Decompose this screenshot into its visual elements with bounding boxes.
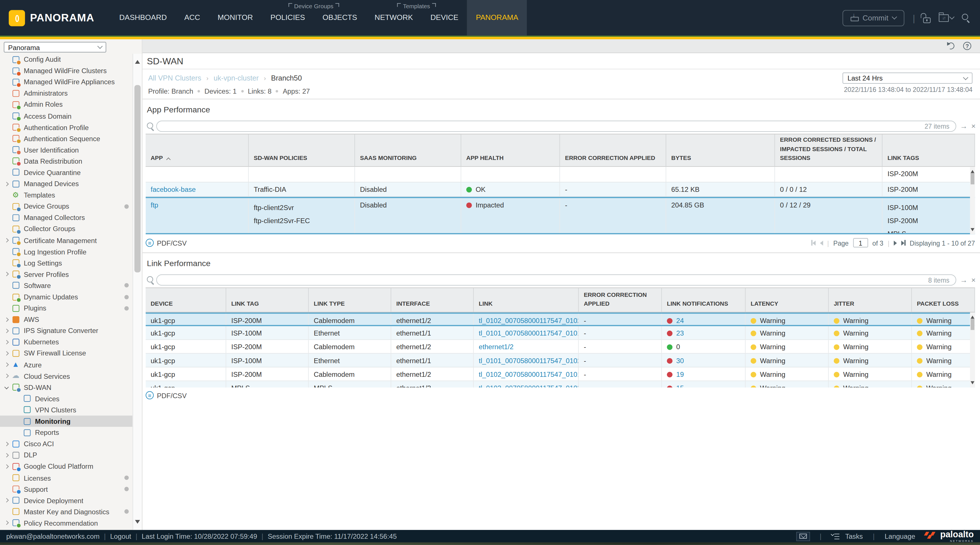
sidebar-item-kubernetes[interactable]: Kubernetes	[0, 336, 133, 348]
tree-expand-icon[interactable]	[4, 464, 8, 469]
column-header[interactable]: ERROR CORRECTION APPLIED	[560, 134, 666, 166]
cell-link[interactable]: tl_0102_007058000117547_0102	[479, 317, 579, 324]
tree-collapse-icon[interactable]	[4, 385, 8, 389]
column-header[interactable]: ERROR CORRECTED SESSIONS / IMPACTED SESS…	[775, 134, 883, 166]
sidebar-item-device-deployment[interactable]: Device Deployment	[0, 495, 133, 506]
sidebar-item-licenses[interactable]: Licenses	[0, 472, 133, 483]
sidebar-item-user-identification[interactable]: User Identification	[0, 144, 133, 156]
commit-button[interactable]: Commit	[843, 10, 905, 26]
column-header[interactable]: APP HEALTH	[461, 134, 560, 166]
table-scrollbar[interactable]	[970, 167, 975, 234]
sidebar-item-monitoring[interactable]: Monitoring	[0, 416, 133, 427]
sidebar-item-reports[interactable]: Reports	[0, 427, 133, 438]
column-header[interactable]: LINK NOTIFICATIONS	[662, 288, 745, 311]
cell-link[interactable]: tl_0101_007058000117547_0102	[479, 357, 579, 364]
last-page-button[interactable]	[901, 240, 905, 246]
sidebar-item-devices[interactable]: Devices	[0, 393, 133, 404]
table-row[interactable]: ftpftp-client2Svrftp-client2Svr-FECDisab…	[146, 197, 975, 235]
table-row[interactable]: uk1-gcpISP-200MCablemodemethernet1/2ethe…	[146, 340, 975, 354]
tree-expand-icon[interactable]	[4, 329, 8, 333]
sidebar-item-admin-roles[interactable]: Admin Roles	[0, 99, 133, 110]
device-context-select[interactable]: Panorama	[4, 42, 106, 52]
table-row[interactable]: uk1-gcpISP-200MCablemodemethernet1/2tl_0…	[146, 313, 975, 326]
breadcrumb-all-vpn-clusters[interactable]: All VPN Clusters	[148, 74, 201, 82]
column-header[interactable]: DEVICE	[146, 288, 226, 311]
cell-link[interactable]: ftp	[151, 201, 158, 209]
tree-expand-icon[interactable]	[4, 521, 8, 525]
tree-expand-icon[interactable]	[4, 498, 8, 503]
scrollbar-thumb[interactable]	[134, 85, 141, 273]
sidebar-item-plugins[interactable]: Plugins	[0, 302, 133, 314]
nav-item-monitor[interactable]: MONITOR	[209, 0, 262, 36]
sidebar-item-ips-signature-converter[interactable]: IPS Signature Converter	[0, 325, 133, 336]
scroll-up-icon[interactable]	[135, 57, 140, 64]
tree-expand-icon[interactable]	[4, 272, 8, 276]
table-row[interactable]: ISP-200M	[146, 167, 975, 183]
column-header[interactable]: BYTES	[667, 134, 775, 166]
tree-expand-icon[interactable]	[4, 181, 8, 186]
link-search-input[interactable]: 8 items	[156, 274, 956, 286]
sidebar-item-certificate-management[interactable]: Certificate Management	[0, 235, 133, 246]
cell-link[interactable]: 24	[676, 317, 684, 324]
sidebar-item-policy-recommendation[interactable]: Policy Recommendation	[0, 517, 133, 529]
sidebar-item-dlp[interactable]: DLP	[0, 450, 133, 461]
sidebar-item-server-profiles[interactable]: Server Profiles	[0, 269, 133, 280]
sidebar-item-config-audit[interactable]: Config Audit	[0, 54, 133, 65]
sidebar-item-sw-firewall-license[interactable]: SW Firewall License	[0, 348, 133, 359]
column-header[interactable]: JITTER	[829, 288, 912, 311]
column-header[interactable]: SD-WAN POLICIES	[249, 134, 355, 166]
cell-link[interactable]: facebook-base	[151, 186, 196, 193]
sidebar-item-device-groups[interactable]: Device Groups	[0, 201, 133, 212]
app-search-input[interactable]: 27 items	[156, 121, 956, 132]
nav-item-panorama[interactable]: PANORAMA	[467, 0, 527, 36]
sidebar-item-managed-wildfire-clusters[interactable]: Managed WildFire Clusters	[0, 65, 133, 76]
sidebar-item-access-domain[interactable]: Access Domain	[0, 110, 133, 122]
table-row[interactable]: uk1-gcpISP-200MCablemodemethernet1/2tl_0…	[146, 367, 975, 381]
scroll-down-icon[interactable]	[135, 520, 140, 526]
unlock-icon[interactable]	[923, 17, 931, 23]
next-page-button[interactable]	[894, 240, 897, 245]
table-row[interactable]: facebook-baseTraffic-DIADisabledOK-65.12…	[146, 183, 975, 197]
clear-filter-icon[interactable]: ×	[971, 122, 975, 130]
sidebar-item-vpn-clusters[interactable]: VPN Clusters	[0, 404, 133, 416]
sidebar-item-google-cloud-platform[interactable]: Google Cloud Platform	[0, 461, 133, 472]
sidebar-item-data-redistribution[interactable]: Data Redistribution	[0, 156, 133, 167]
messages-button[interactable]	[796, 532, 810, 541]
sidebar-item-administrators[interactable]: Administrators	[0, 87, 133, 99]
table-row[interactable]: uk1-gcpISP-100MEthernetethernet1/1tl_010…	[146, 354, 975, 367]
sidebar-item-cisco-aci[interactable]: Cisco ACI	[0, 438, 133, 450]
tree-expand-icon[interactable]	[4, 362, 8, 367]
refresh-icon[interactable]	[947, 41, 956, 50]
sidebar-item-collector-groups[interactable]: Collector Groups	[0, 223, 133, 235]
cell-link[interactable]: tl_0101_007058000117547_0101	[479, 329, 579, 337]
tasks-button[interactable]: Tasks	[845, 532, 863, 540]
sidebar-scrollbar[interactable]	[133, 54, 142, 530]
table-scrollbar[interactable]	[970, 313, 975, 387]
page-number-input[interactable]	[853, 238, 868, 248]
cell-link[interactable]: 23	[676, 329, 684, 337]
scroll-down-icon[interactable]	[970, 381, 974, 386]
cell-link[interactable]: tl_0103_007058000117547_0103	[479, 384, 579, 387]
sidebar-item-managed-devices[interactable]: Managed Devices	[0, 178, 133, 189]
sidebar-item-log-settings[interactable]: Log Settings	[0, 257, 133, 269]
scroll-up-icon[interactable]	[970, 314, 974, 319]
sidebar-item-authentication-profile[interactable]: Authentication Profile	[0, 122, 133, 133]
table-row[interactable]: uk1-gcpMPLSMPLSethernet1/3tl_0103_007058…	[146, 381, 975, 387]
scroll-up-icon[interactable]	[970, 168, 974, 173]
column-header[interactable]: APP	[146, 134, 249, 166]
tree-expand-icon[interactable]	[4, 453, 8, 458]
time-range-select[interactable]: Last 24 Hrs	[843, 73, 973, 84]
config-export-button[interactable]	[939, 14, 954, 21]
clear-filter-icon[interactable]: ×	[971, 275, 975, 284]
global-search-icon[interactable]	[962, 14, 970, 22]
breadcrumb-uk-vpn-cluster[interactable]: uk-vpn-cluster	[213, 74, 259, 82]
tree-expand-icon[interactable]	[4, 238, 8, 243]
sidebar-item-master-key-and-diagnostics[interactable]: Master Key and Diagnostics	[0, 506, 133, 517]
apply-filter-icon[interactable]: →	[960, 275, 967, 284]
sidebar-item-authentication-sequence[interactable]: Authentication Sequence	[0, 133, 133, 144]
tree-expand-icon[interactable]	[4, 340, 8, 344]
app-pdf-csv-button[interactable]: PDF/CSV	[146, 239, 187, 247]
sidebar-item-aws[interactable]: AWS	[0, 314, 133, 325]
sidebar-item-managed-collectors[interactable]: Managed Collectors	[0, 212, 133, 223]
cell-link[interactable]: tl_0102_007058000117547_0101	[479, 370, 579, 378]
